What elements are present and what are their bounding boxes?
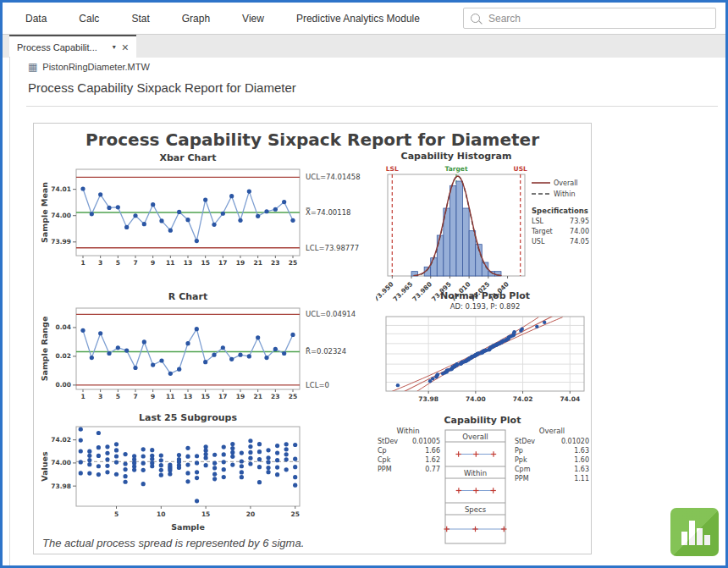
divider <box>26 106 718 107</box>
svg-text:74.02: 74.02 <box>51 436 71 444</box>
svg-text:17: 17 <box>218 259 227 267</box>
svg-text:Target: Target <box>531 228 553 235</box>
svg-text:LSL: LSL <box>532 218 544 225</box>
svg-text:0.01005: 0.01005 <box>412 438 440 445</box>
menu-item-data[interactable]: Data <box>25 13 47 25</box>
svg-text:UCL=74.01458: UCL=74.01458 <box>306 173 361 181</box>
svg-text:Sample Mean: Sample Mean <box>40 182 49 243</box>
menu-item-stat[interactable]: Stat <box>131 13 149 25</box>
svg-text:Overall: Overall <box>539 427 565 435</box>
svg-text:10: 10 <box>157 510 165 518</box>
svg-text:Sample: Sample <box>171 522 205 532</box>
svg-text:Capability Plot: Capability Plot <box>444 415 521 426</box>
normal-prob-plot: Normal Prob PlotAD: 0.193, P: 0.89273.98… <box>374 290 593 415</box>
svg-text:15: 15 <box>201 510 210 518</box>
svg-text:Last 25 Subgroups: Last 25 Subgroups <box>139 413 237 423</box>
svg-text:USL: USL <box>514 165 527 173</box>
worksheet-link[interactable]: ▦ PistonRingDiameter.MTW <box>28 62 150 72</box>
svg-text:R Chart: R Chart <box>168 291 207 302</box>
xbar-chart: Xbar ChartSample Mean73.9974.0074.011357… <box>37 151 379 279</box>
svg-text:X̿=74.00118: X̿=74.00118 <box>306 208 351 218</box>
svg-text:0.02: 0.02 <box>55 352 71 360</box>
svg-text:25: 25 <box>289 393 297 400</box>
menu-item-view[interactable]: View <box>242 13 264 25</box>
svg-text:0.04: 0.04 <box>55 323 71 331</box>
svg-text:PPM: PPM <box>515 475 529 483</box>
svg-text:StDev: StDev <box>515 438 535 445</box>
svg-text:74.00: 74.00 <box>51 459 71 466</box>
menu-item-calc[interactable]: Calc <box>79 13 99 25</box>
svg-text:74.00: 74.00 <box>466 395 486 403</box>
minitab-logo-icon <box>670 508 719 556</box>
svg-text:5: 5 <box>116 393 120 400</box>
svg-text:73.98: 73.98 <box>418 395 438 403</box>
svg-text:7: 7 <box>133 393 137 400</box>
svg-text:13: 13 <box>184 393 192 400</box>
logo-bar <box>681 532 687 545</box>
report-footnote: The actual process spread is represented… <box>42 537 304 549</box>
page-title: Process Capability Sixpack Report for Di… <box>28 80 296 95</box>
svg-text:21: 21 <box>253 393 262 400</box>
svg-text:73.95: 73.95 <box>570 218 589 225</box>
svg-text:Pp: Pp <box>515 447 523 455</box>
svg-text:1.11: 1.11 <box>574 475 589 483</box>
svg-text:R̄=0.02324: R̄=0.02324 <box>306 347 346 356</box>
svg-text:21: 21 <box>253 259 262 267</box>
svg-text:0.01020: 0.01020 <box>561 438 589 445</box>
svg-text:1.60: 1.60 <box>574 456 589 464</box>
svg-text:23: 23 <box>271 259 279 267</box>
menu-item-graph[interactable]: Graph <box>182 13 210 25</box>
tab-process-capability[interactable]: Process Capabilit... ▾ × <box>9 35 136 58</box>
svg-text:20: 20 <box>246 510 255 518</box>
svg-text:74.05: 74.05 <box>570 238 589 245</box>
worksheet-icon: ▦ <box>28 62 37 72</box>
svg-text:25: 25 <box>291 510 300 518</box>
svg-text:0.00: 0.00 <box>55 381 71 389</box>
menu-bar: DataCalcStatGraphViewPredictive Analytic… <box>3 3 725 35</box>
app-window: DataCalcStatGraphViewPredictive Analytic… <box>0 0 728 568</box>
svg-text:1.63: 1.63 <box>574 466 589 473</box>
svg-text:AD: 0.193, P: 0.892: AD: 0.193, P: 0.892 <box>450 302 521 311</box>
svg-text:74.01: 74.01 <box>51 185 71 193</box>
svg-text:Normal Prob Plot: Normal Prob Plot <box>440 290 530 301</box>
svg-text:LCL=0: LCL=0 <box>306 381 329 389</box>
svg-text:Within: Within <box>464 469 487 477</box>
svg-text:13: 13 <box>184 259 192 267</box>
last-25-subgroups-chart: Last 25 SubgroupsValues73.9874.0074.0251… <box>37 413 379 538</box>
search-input[interactable] <box>487 12 709 25</box>
svg-text:1: 1 <box>80 259 85 267</box>
tab-strip: Process Capabilit... ▾ × <box>3 34 725 58</box>
svg-text:Sample Range: Sample Range <box>40 317 49 382</box>
svg-text:3: 3 <box>98 393 102 400</box>
svg-text:11: 11 <box>166 393 174 400</box>
svg-text:5: 5 <box>116 259 120 267</box>
svg-text:1: 1 <box>80 393 85 400</box>
svg-text:23: 23 <box>271 393 279 400</box>
menu-item-predictive-analytics-module[interactable]: Predictive Analytics Module <box>296 13 420 25</box>
svg-text:73.98: 73.98 <box>51 483 71 490</box>
search-icon <box>471 14 480 23</box>
svg-text:74.00: 74.00 <box>570 228 589 235</box>
svg-text:1.63: 1.63 <box>574 447 589 455</box>
svg-text:15: 15 <box>201 393 209 400</box>
search-box[interactable] <box>463 8 716 29</box>
svg-text:11: 11 <box>166 259 174 267</box>
svg-text:7: 7 <box>133 259 137 267</box>
r-chart: R ChartSample Range0.000.020.04135791113… <box>37 290 379 415</box>
logo-bar <box>697 528 703 545</box>
svg-text:UCL=0.04914: UCL=0.04914 <box>306 310 356 318</box>
svg-text:3: 3 <box>98 259 102 267</box>
svg-text:19: 19 <box>236 393 245 400</box>
chevron-down-icon[interactable]: ▾ <box>113 43 116 51</box>
svg-text:74.00: 74.00 <box>51 212 71 219</box>
svg-text:Cp: Cp <box>378 447 387 455</box>
svg-text:19: 19 <box>236 259 245 267</box>
svg-text:Overall: Overall <box>554 179 578 187</box>
svg-text:Overall: Overall <box>462 433 488 441</box>
svg-text:0.77: 0.77 <box>425 466 440 473</box>
worksheet-name: PistonRingDiameter.MTW <box>42 62 150 72</box>
svg-text:Specifications: Specifications <box>532 207 588 215</box>
svg-text:Cpk: Cpk <box>378 456 391 464</box>
close-icon[interactable]: × <box>122 41 129 53</box>
svg-text:USL: USL <box>532 238 545 245</box>
